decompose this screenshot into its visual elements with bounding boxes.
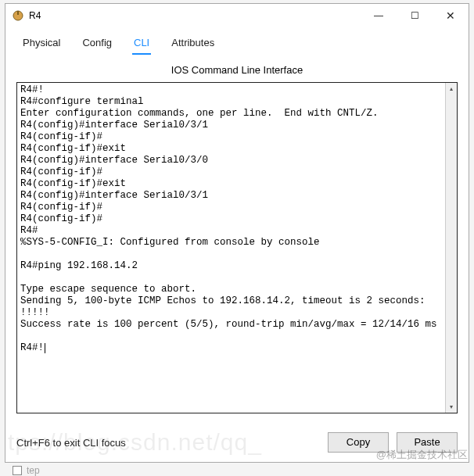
scroll-down-arrow-icon[interactable]: ▾ — [446, 401, 457, 413]
scroll-up-arrow-icon[interactable]: ▴ — [446, 83, 457, 95]
window-title: R4 — [29, 10, 361, 21]
minimize-button[interactable]: — — [361, 4, 397, 27]
watermark-checkbox-row: tep — [13, 465, 40, 476]
close-button[interactable]: ✕ — [433, 4, 469, 27]
vertical-scrollbar[interactable]: ▴ ▾ — [445, 83, 457, 413]
panel-title: IOS Command Line Interface — [16, 64, 458, 76]
tab-bar: Physical Config CLI Attributes — [5, 27, 469, 55]
titlebar: R4 — ☐ ✕ — [5, 4, 469, 27]
terminal-output[interactable]: R4#! R4#configure terminal Enter configu… — [17, 83, 445, 413]
tab-physical[interactable]: Physical — [21, 34, 62, 55]
paste-button[interactable]: Paste — [397, 432, 458, 453]
tab-config[interactable]: Config — [81, 34, 113, 55]
tab-cli[interactable]: CLI — [132, 34, 151, 55]
checkbox-label: tep — [27, 465, 40, 476]
svg-rect-1 — [17, 11, 19, 15]
focus-hint: Ctrl+F6 to exit CLI focus — [16, 437, 320, 449]
terminal-container: R4#! R4#configure terminal Enter configu… — [16, 82, 458, 413]
cli-panel: IOS Command Line Interface R4#! R4#confi… — [5, 55, 469, 424]
app-window: R4 — ☐ ✕ Physical Config CLI Attributes … — [5, 3, 469, 463]
text-caret — [45, 343, 45, 353]
window-controls: — ☐ ✕ — [361, 4, 469, 27]
checkbox-icon — [13, 466, 22, 475]
terminal-text: R4#! R4#configure terminal Enter configu… — [20, 84, 437, 353]
maximize-button[interactable]: ☐ — [397, 4, 433, 27]
panel-footer: Ctrl+F6 to exit CLI focus Copy Paste — [5, 424, 469, 462]
app-icon — [12, 9, 24, 22]
tab-attributes[interactable]: Attributes — [170, 34, 216, 55]
copy-button[interactable]: Copy — [328, 432, 389, 453]
